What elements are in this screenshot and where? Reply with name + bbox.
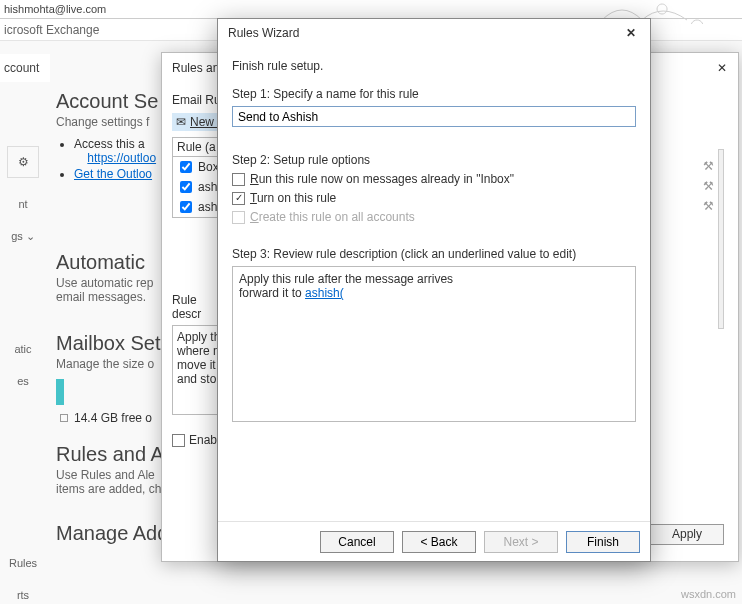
forward-target-link[interactable]: ashish( <box>305 286 344 300</box>
rule-row-check[interactable] <box>180 161 192 173</box>
rule-desc-label: Rule descr <box>172 293 218 321</box>
apply-button[interactable]: Apply <box>650 524 724 545</box>
wizard-title: Rules Wizard <box>228 26 299 40</box>
scrollbar[interactable] <box>718 149 724 329</box>
get-outlook-link[interactable]: Get the Outloo <box>74 167 152 181</box>
wrench-icon: ⚒ <box>703 199 714 213</box>
desc-line: Apply this rule after the message arrive… <box>239 272 629 286</box>
storage-bar <box>56 379 64 405</box>
rule-name-input[interactable] <box>232 106 636 127</box>
wrench-icon: ⚒ <box>703 179 714 193</box>
wizard-heading: Finish rule setup. <box>232 59 636 73</box>
all-accounts-checkbox: Create this rule on all accounts <box>232 210 636 224</box>
turn-on-checkbox[interactable]: Turn on this rule <box>232 191 636 205</box>
envelope-icon: ✉ <box>176 115 186 129</box>
back-button[interactable]: < Back <box>402 531 476 553</box>
wrench-icon: ⚒ <box>703 159 714 173</box>
left-nav-icons: ⚙ nt gs ⌄ atic es Rules rts <box>0 146 46 601</box>
outlook-link[interactable]: https://outloo <box>87 151 156 165</box>
watermark: wsxdn.com <box>681 588 736 600</box>
rule-action-icons: ⚒ ⚒ ⚒ <box>700 159 716 213</box>
desc-line: forward it to ashish( <box>239 286 629 300</box>
account-icon: ⚙ <box>7 146 39 178</box>
step2-label: Step 2: Setup rule options <box>232 153 636 167</box>
rule-description-box[interactable]: Apply this rule after the message arrive… <box>232 266 636 422</box>
step1-label: Step 1: Specify a name for this rule <box>232 87 636 101</box>
close-icon[interactable]: ✕ <box>626 26 640 40</box>
close-icon[interactable]: ✕ <box>716 61 728 75</box>
cancel-button[interactable]: Cancel <box>320 531 394 553</box>
step3-label: Step 3: Review rule description (click a… <box>232 247 636 261</box>
rule-row-check[interactable] <box>180 181 192 193</box>
next-button: Next > <box>484 531 558 553</box>
rules-wizard-dialog: Rules Wizard ✕ Finish rule setup. Step 1… <box>217 18 651 562</box>
finish-button[interactable]: Finish <box>566 531 640 553</box>
rule-row-check[interactable] <box>180 201 192 213</box>
account-label: ccount <box>0 54 50 82</box>
run-now-checkbox[interactable]: Run this rule now on messages already in… <box>232 172 636 186</box>
